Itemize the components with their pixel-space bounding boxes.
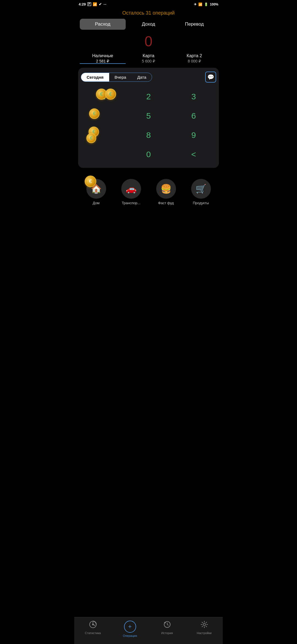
key-2[interactable]: 2 [126,87,171,106]
transaction-type-tabs: Расход Доход Перевод [80,19,217,30]
status-icon-2: 📶 [93,2,97,6]
battery-icon: 🔋 [204,2,208,6]
status-icon-1: 🄿 [87,2,91,6]
coin-1b: € [105,89,116,100]
date-tabs: Сегодня Вчера Дата [81,73,152,82]
key-1[interactable]: 1 € € [81,87,126,106]
key-4[interactable]: 4 € [81,106,126,125]
key-0[interactable]: 0 [126,145,171,164]
category-transport[interactable]: 🚗 Транспор... [121,179,141,205]
category-fastfood-label: Фаст фуд [158,201,174,205]
ops-remaining-label: Осталось 31 операций [74,7,223,19]
account-cash-name: Наличные [80,53,126,58]
category-transport-label: Транспор... [122,201,141,205]
account-tab-cash[interactable]: Наличные 2 581 ₽ [80,53,126,64]
amount-display: 0 [74,33,223,50]
coin-float: € [85,176,96,187]
status-icon-dots: ··· [103,2,106,6]
status-time: 4:29 [79,2,86,6]
key-8[interactable]: 8 [126,125,171,145]
date-tab-date[interactable]: Дата [132,73,152,81]
account-card1-amount: 5 600 ₽ [126,59,172,63]
category-groceries-label: Продукты [193,201,209,205]
keypad-panel: Сегодня Вчера Дата 💬 1 € € 2 3 [78,68,219,168]
status-icon-check: ✔ [99,2,102,6]
coin-7b: € [86,133,96,143]
category-fastfood[interactable]: 🍔 Фаст фуд [156,179,176,205]
account-cash-amount: 2 581 ₽ [80,59,126,63]
category-home-label: Дом [93,201,100,205]
status-bar: 4:29 🄿 📶 ✔ ··· ✈ 📶 🔋 100% [74,0,223,7]
key-5[interactable]: 5 [126,106,171,125]
date-selector: Сегодня Вчера Дата 💬 [81,72,216,83]
key-backspace[interactable]: < [171,145,216,164]
account-card1-name: Карта [126,53,172,58]
date-tab-today[interactable]: Сегодня [81,73,109,81]
coin-4: € [89,108,100,119]
date-tab-yesterday[interactable]: Вчера [109,73,132,81]
status-left: 4:29 🄿 📶 ✔ ··· [79,2,106,6]
key-7[interactable]: 7 € € [81,125,126,145]
account-tab-card1[interactable]: Карта 5 600 ₽ [126,53,172,64]
wifi-icon: 📶 [198,2,202,6]
key-6[interactable]: 6 [171,106,216,125]
comment-button[interactable]: 💬 [205,72,216,83]
category-groceries-icon: 🛒 [191,179,211,199]
account-card2-name: Карта 2 [171,53,217,58]
status-right: ✈ 📶 🔋 100% [194,2,218,6]
category-fastfood-icon: 🍔 [156,179,176,199]
comment-icon: 💬 [207,74,214,80]
category-transport-icon: 🚗 [121,179,141,199]
key-3[interactable]: 3 [171,87,216,106]
categories-row: 🏠 Дом 🚗 Транспор... 🍔 Фаст фуд 🛒 Продукт… [74,176,223,209]
tab-expense[interactable]: Расход [80,19,126,30]
account-card2-amount: 8 000 ₽ [171,59,217,63]
key-9[interactable]: 9 [171,125,216,145]
airplane-icon: ✈ [194,2,197,6]
tab-income[interactable]: Доход [126,19,172,30]
account-tabs: Наличные 2 581 ₽ Карта 5 600 ₽ Карта 2 8… [74,53,223,64]
key-dot[interactable] [81,145,126,164]
battery-level: 100% [210,2,218,6]
numpad: 1 € € 2 3 4 € 5 6 7 [81,87,216,164]
tab-transfer[interactable]: Перевод [171,19,217,30]
account-tab-card2[interactable]: Карта 2 8 000 ₽ [171,53,217,64]
category-groceries[interactable]: 🛒 Продукты [191,179,211,205]
